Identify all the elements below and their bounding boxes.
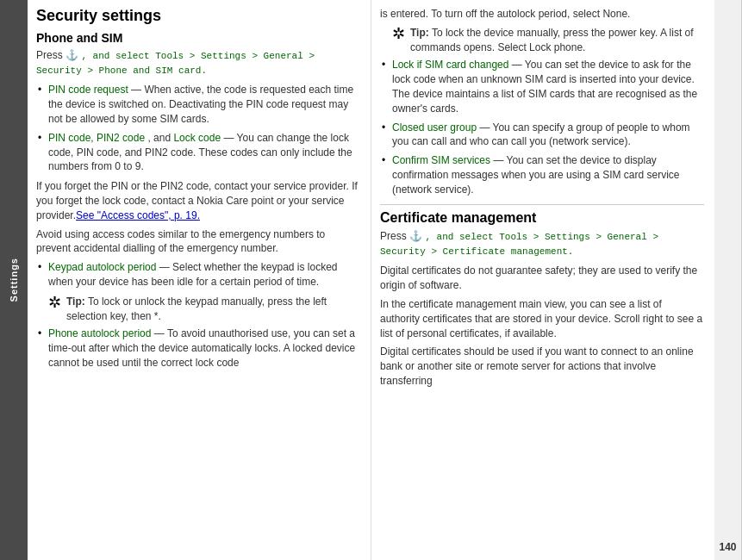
list-item: PIN code request — When active, the code…: [36, 83, 360, 126]
cert-management-heading: Certificate management: [380, 204, 704, 226]
tip-text-2: Tip: To lock the device manually, press …: [410, 26, 704, 55]
sidebar-label: Settings: [9, 258, 19, 302]
press-icon: ⚓: [65, 49, 81, 61]
press-line-1: Press ⚓ , and select Tools > Settings > …: [36, 48, 360, 78]
term-closed-group: Closed user group: [392, 121, 477, 134]
page-title: Security settings: [36, 7, 360, 26]
term-phone-autolock: Phone autolock period: [48, 327, 151, 339]
tip-content-1: To lock or unlock the keypad manually, p…: [66, 296, 327, 322]
bullet-list-1: PIN code request — When active, the code…: [36, 83, 360, 174]
page-number: 140: [719, 541, 736, 553]
cert-para-1: Digital certificates do not guarantee sa…: [380, 264, 704, 293]
main-content: Security settings Phone and SIM Press ⚓ …: [28, 0, 714, 560]
press-word-2: Press: [380, 230, 407, 242]
list-item: PIN code, PIN2 code , and Lock code — Yo…: [36, 131, 360, 174]
term-keypad-autolock: Keypad autolock period: [48, 261, 156, 273]
tip-icon-1: ✲: [48, 293, 61, 312]
tip-label-1: Tip:: [66, 296, 85, 308]
tip-content-2: To lock the device manually, press the p…: [410, 27, 694, 53]
phone-sim-heading: Phone and SIM: [36, 31, 360, 45]
tip-box-2: ✲ Tip: To lock the device manually, pres…: [392, 26, 704, 55]
tip-icon-2: ✲: [392, 24, 405, 43]
page-number-area: 140: [714, 0, 742, 560]
term-confirm-sim: Confirm SIM services: [392, 154, 490, 166]
term-lock-code: Lock code: [173, 132, 221, 144]
list-item: Keypad autolock period — Select whether …: [36, 260, 360, 289]
left-column: Security settings Phone and SIM Press ⚓ …: [28, 0, 371, 560]
list-item: Closed user group — You can specify a gr…: [380, 121, 704, 150]
list-item: Confirm SIM services — You can set the d…: [380, 153, 704, 196]
forget-pin-para: If you forget the PIN or the PIN2 code, …: [36, 179, 360, 222]
term-pin-request: PIN code request: [48, 84, 128, 96]
term-lock-sim: Lock if SIM card changed: [392, 59, 508, 71]
access-codes-link[interactable]: See "Access codes", p. 19.: [76, 209, 200, 221]
bullet-list-2: Keypad autolock period — Select whether …: [36, 260, 360, 289]
cert-para-3: Digital certificates should be used if y…: [380, 345, 704, 388]
bullet-list-3: Phone autolock period — To avoid unautho…: [36, 327, 360, 370]
tip-box-1: ✲ Tip: To lock or unlock the keypad manu…: [48, 295, 360, 324]
press-icon-2: ⚓: [409, 230, 425, 242]
list-item: Phone autolock period — To avoid unautho…: [36, 327, 360, 370]
press-line-2: Press ⚓ , and select Tools > Settings > …: [380, 229, 704, 259]
avoid-codes-para: Avoid using access codes similar to the …: [36, 227, 360, 257]
sidebar: Settings: [0, 0, 28, 560]
and-text: , and: [147, 132, 173, 144]
press-word: Press: [36, 49, 63, 61]
tip-label-2: Tip:: [410, 27, 429, 39]
tip-text-1: Tip: To lock or unlock the keypad manual…: [66, 295, 360, 324]
right-column: is entered. To turn off the autolock per…: [371, 0, 714, 560]
bullet-list-right: Lock if SIM card changed — You can set t…: [380, 58, 704, 196]
cert-para-2: In the certificate management main view,…: [380, 297, 704, 340]
list-item: Lock if SIM card changed — You can set t…: [380, 58, 704, 115]
term-pin-code: PIN code, PIN2 code: [48, 132, 145, 144]
intro-text: is entered. To turn off the autolock per…: [380, 7, 704, 22]
